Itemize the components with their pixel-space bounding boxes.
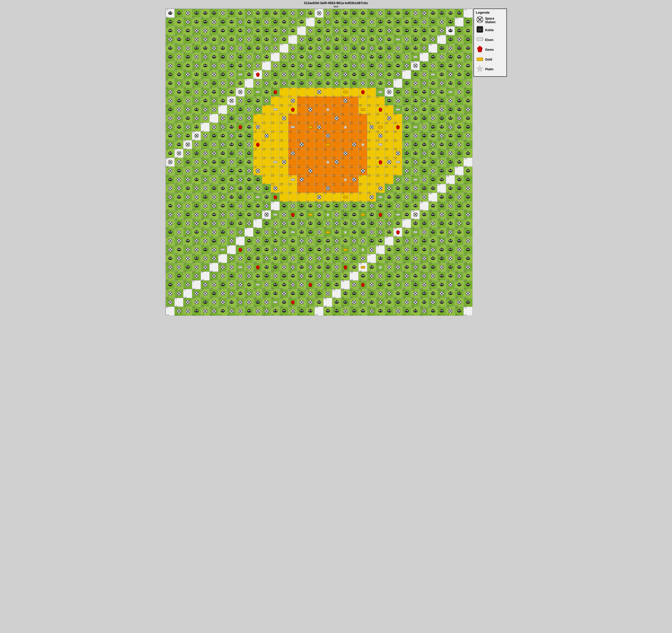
cell-18-4[interactable]: c:18y:4 — [323, 44, 333, 53]
cell-19-33[interactable]: c:19y:33 — [332, 298, 341, 307]
cell-16-19[interactable]: c:16y:19 — [306, 175, 315, 185]
cell-7-24[interactable]: c:7y:24 — [227, 219, 236, 228]
cell-3-10[interactable]: c:3y:10 — [192, 96, 201, 106]
cell-32-28[interactable]: c:32y:28 — [446, 254, 455, 263]
cell-4-32[interactable]: c:4y:32 — [201, 289, 210, 298]
cell-22-18[interactable]: c:22y:18 — [358, 166, 367, 176]
cell-13-21[interactable]: c:13y:21 — [280, 193, 289, 202]
cell-10-11[interactable]: c:10y:11 — [253, 105, 262, 114]
cell-8-27[interactable]: c:8y:27 — [236, 245, 245, 255]
cell-12-9[interactable]: c:12y:9 — [271, 88, 280, 97]
cell-14-21[interactable]: c:14y:21 — [288, 193, 297, 202]
cell-1-10[interactable]: c:1y:10 — [174, 96, 184, 106]
cell-17-24[interactable]: c:17y:24 — [314, 219, 324, 228]
cell-31-6[interactable]: c:31y:6 — [437, 61, 447, 71]
cell-8-20[interactable]: c:8y:20 — [236, 184, 245, 193]
cell-3-15[interactable]: c:3y:15 — [192, 140, 201, 149]
cell-34-21[interactable]: c:34y:21 — [463, 193, 473, 202]
cell-13-4[interactable]: c:13y:4 — [280, 44, 289, 53]
cell-0-27[interactable]: c:0y:27 — [166, 245, 175, 255]
cell-20-20[interactable]: c:20y:20 — [341, 184, 350, 193]
cell-22-22[interactable]: c:22y:22 — [358, 202, 367, 211]
cell-6-21[interactable]: c:6y:21 — [218, 193, 227, 202]
cell-22-34[interactable]: c:22y:34 — [358, 307, 367, 316]
cell-26-22[interactable]: c:26y:22 — [393, 202, 403, 211]
cell-17-7[interactable]: c:17y:7 — [314, 70, 324, 79]
cell-11-26[interactable]: c:11y:26 — [262, 236, 271, 246]
cell-32-20[interactable]: c:32y:20 — [446, 184, 455, 193]
cell-10-15[interactable]: c:10y:15 — [253, 140, 262, 149]
cell-16-22[interactable]: c:16y:22 — [306, 202, 315, 211]
cell-10-3[interactable]: c:10y:3 — [253, 35, 262, 44]
cell-28-28[interactable]: c:28y:28 — [411, 254, 420, 263]
cell-29-2[interactable]: c:29y:2 — [419, 26, 429, 36]
cell-20-19[interactable]: c:20y:19 — [341, 175, 350, 185]
cell-13-17[interactable]: c:13y:17 — [280, 158, 289, 167]
cell-20-24[interactable]: c:20y:24 — [341, 219, 350, 228]
cell-32-8[interactable]: c:32y:8 — [446, 79, 455, 88]
cell-29-32[interactable]: c:29y:32 — [419, 289, 429, 298]
cell-14-6[interactable]: c:14y:6 — [288, 61, 297, 71]
cell-5-18[interactable]: c:5y:18 — [209, 166, 219, 176]
cell-31-18[interactable]: c:31y:18 — [437, 166, 447, 176]
cell-5-3[interactable]: c:5y:3 — [209, 35, 219, 44]
cell-27-11[interactable]: c:27y:11 — [402, 105, 411, 114]
cell-4-22[interactable]: c:4y:22 — [201, 202, 210, 211]
cell-32-2[interactable]: c:32y:2 — [446, 26, 455, 36]
cell-18-30[interactable]: c:18y:30 — [323, 272, 333, 281]
cell-26-18[interactable]: c:26y:18 — [393, 166, 403, 176]
cell-3-22[interactable]: c:3y:22 — [192, 202, 201, 211]
cell-4-7[interactable]: c:4y:7 — [201, 70, 210, 79]
cell-26-21[interactable]: c:26y:21 — [393, 193, 403, 202]
cell-22-26[interactable]: c:22y:26 — [358, 236, 367, 246]
cell-14-23[interactable]: c:14y:23 — [288, 210, 297, 219]
cell-26-17[interactable]: c:26y:17 — [393, 158, 403, 167]
cell-33-5[interactable]: c:33y:5 — [455, 52, 464, 62]
cell-15-1[interactable]: c:15y:1 — [297, 18, 306, 27]
cell-24-28[interactable]: c:24y:28 — [376, 254, 385, 263]
cell-22-5[interactable]: c:22y:5 — [358, 52, 367, 62]
cell-3-21[interactable]: c:3y:21 — [192, 193, 201, 202]
cell-13-19[interactable]: c:13y:19 — [280, 175, 289, 185]
cell-20-10[interactable]: c:20y:10 — [341, 96, 350, 106]
cell-23-23[interactable]: c:23y:23 — [367, 210, 376, 219]
cell-10-20[interactable]: c:10y:20 — [253, 184, 262, 193]
cell-2-29[interactable]: c:2y:29 — [183, 263, 192, 272]
cell-8-1[interactable]: c:8y:1 — [236, 18, 245, 27]
cell-15-8[interactable]: c:15y:8 — [297, 79, 306, 88]
cell-21-22[interactable]: c:21y:22 — [350, 202, 359, 211]
cell-16-9[interactable]: c:16y:9 — [306, 88, 315, 97]
cell-3-1[interactable]: c:3y:1 — [192, 18, 201, 27]
cell-31-15[interactable]: c:31y:15 — [437, 140, 447, 149]
cell-32-1[interactable]: c:32y:1 — [446, 18, 455, 27]
cell-5-17[interactable]: c:5y:17 — [209, 158, 219, 167]
cell-9-0[interactable]: c:9y:0 — [244, 9, 254, 18]
cell-21-14[interactable]: c:21y:14 — [350, 132, 359, 141]
cell-25-24[interactable]: c:25y:24 — [385, 219, 394, 228]
cell-13-15[interactable]: c:13y:15 — [280, 140, 289, 149]
cell-15-26[interactable]: c:15y:26 — [297, 236, 306, 246]
cell-1-20[interactable]: c:1y:20 — [174, 184, 184, 193]
cell-30-18[interactable]: c:30y:18 — [428, 166, 438, 176]
cell-25-12[interactable]: c:25y:12 — [385, 114, 394, 123]
cell-14-10[interactable]: c:14y:10 — [288, 96, 297, 106]
cell-34-32[interactable]: c:34y:32 — [463, 289, 473, 298]
cell-28-17[interactable]: c:28y:17 — [411, 158, 420, 167]
cell-10-9[interactable]: c:10y:9 — [253, 88, 262, 97]
cell-31-14[interactable]: c:31y:14 — [437, 132, 447, 141]
cell-34-31[interactable]: c:34y:31 — [463, 280, 473, 289]
cell-24-33[interactable]: c:24y:33 — [376, 298, 385, 307]
cell-13-12[interactable]: c:13y:12 — [280, 114, 289, 123]
cell-0-29[interactable]: c:0y:29 — [166, 263, 175, 272]
cell-21-9[interactable]: c:21y:9 — [350, 88, 359, 97]
cell-19-17[interactable]: c:19y:17 — [332, 158, 341, 167]
cell-12-4[interactable]: c:12y:4 — [271, 44, 280, 53]
cell-25-22[interactable]: c:25y:22 — [385, 202, 394, 211]
cell-29-10[interactable]: c:29y:10 — [419, 96, 429, 106]
cell-6-25[interactable]: c:6y:25 — [218, 228, 227, 237]
cell-32-19[interactable]: c:32y:19 — [446, 175, 455, 185]
cell-28-27[interactable]: c:28y:27 — [411, 245, 420, 255]
cell-17-16[interactable]: c:17y:16 — [314, 149, 324, 158]
cell-17-8[interactable]: c:17y:8 — [314, 79, 324, 88]
cell-18-13[interactable]: c:18y:13 — [323, 123, 333, 132]
